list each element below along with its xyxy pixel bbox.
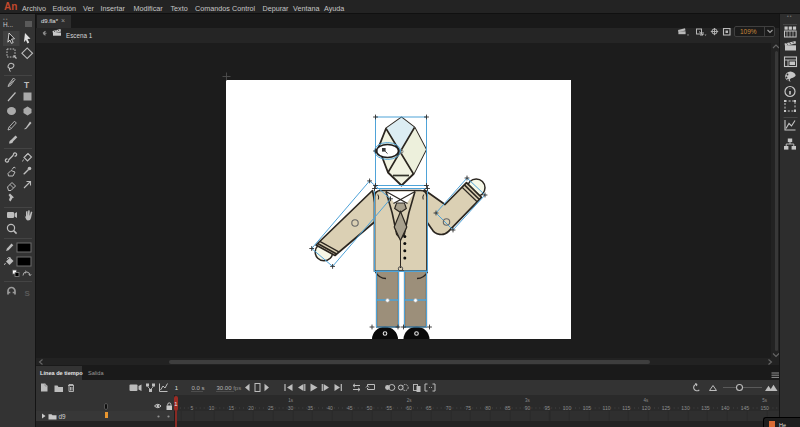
svg-text:0.0 s: 0.0 s xyxy=(192,385,205,391)
svg-text:30.00 fps: 30.00 fps xyxy=(217,385,242,391)
svg-text:40: 40 xyxy=(327,405,333,411)
svg-text:85: 85 xyxy=(505,405,511,411)
svg-text:135: 135 xyxy=(701,405,710,411)
svg-text:115: 115 xyxy=(622,405,630,411)
svg-text:90: 90 xyxy=(524,405,530,411)
svg-text:5s: 5s xyxy=(762,398,768,403)
svg-text:100: 100 xyxy=(562,405,571,411)
svg-text:3s: 3s xyxy=(525,398,531,403)
svg-text:125: 125 xyxy=(661,405,670,411)
svg-text:15: 15 xyxy=(228,405,234,411)
svg-text:80: 80 xyxy=(485,405,491,411)
svg-text:35: 35 xyxy=(307,405,313,411)
svg-text:20: 20 xyxy=(248,405,254,411)
svg-text:30: 30 xyxy=(287,405,293,411)
svg-text:60: 60 xyxy=(406,405,412,411)
svg-text:10: 10 xyxy=(208,405,214,411)
svg-text:65: 65 xyxy=(426,405,432,411)
svg-text:2s: 2s xyxy=(406,398,412,403)
svg-text:S: S xyxy=(25,289,31,298)
svg-text:5: 5 xyxy=(190,405,193,411)
svg-text:1: 1 xyxy=(175,385,179,391)
svg-text:4s: 4s xyxy=(643,398,649,403)
svg-text:140: 140 xyxy=(720,405,729,411)
svg-text:110: 110 xyxy=(602,405,610,411)
svg-text:1s: 1s xyxy=(288,398,294,403)
svg-text:95: 95 xyxy=(544,405,550,411)
svg-text:105: 105 xyxy=(582,405,591,411)
svg-text:120: 120 xyxy=(641,405,650,411)
svg-text:50: 50 xyxy=(366,405,372,411)
svg-text:130: 130 xyxy=(681,405,690,411)
svg-text:70: 70 xyxy=(445,405,451,411)
svg-text:150: 150 xyxy=(760,405,769,411)
svg-text:25: 25 xyxy=(268,405,274,411)
svg-text:75: 75 xyxy=(465,405,471,411)
svg-text:T: T xyxy=(24,80,30,90)
svg-text:145: 145 xyxy=(740,405,749,411)
svg-text:55: 55 xyxy=(386,405,392,411)
svg-text:45: 45 xyxy=(347,405,353,411)
